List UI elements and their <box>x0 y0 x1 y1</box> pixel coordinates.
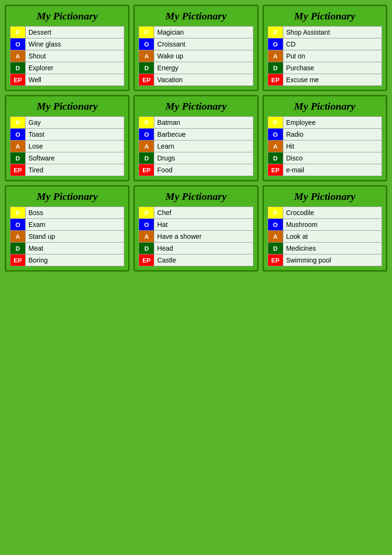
card-title: My Pictionary <box>10 10 124 22</box>
row-label: EP <box>268 254 283 266</box>
row-label: P <box>10 207 26 219</box>
row-word: Croissant <box>154 38 253 50</box>
table-row: PBatman <box>139 117 253 129</box>
row-label: O <box>10 38 26 50</box>
row-label: O <box>10 129 26 141</box>
row-word: Food <box>154 164 253 176</box>
row-word: Learn <box>154 141 253 152</box>
row-label: P <box>10 27 26 38</box>
table-row: DDrugs <box>139 152 253 164</box>
table-row: PChef <box>139 207 253 219</box>
row-word: Disco <box>283 152 382 164</box>
table-row: AStand up <box>10 231 124 243</box>
row-word: Boss <box>26 207 124 219</box>
row-word: Tired <box>26 164 124 176</box>
table-row: DSoftware <box>10 152 124 164</box>
row-label: EP <box>139 164 154 176</box>
row-label: O <box>268 219 283 231</box>
row-label: O <box>139 38 154 50</box>
row-label: D <box>139 62 154 74</box>
row-word: Boring <box>26 254 124 266</box>
table-row: DEnergy <box>139 62 253 74</box>
word-table: PBossOExamAStand upDMeatEPBoring <box>10 207 124 266</box>
card-4: My PictionaryPBatmanOBarbecueALearnDDrug… <box>133 95 258 181</box>
table-row: AWake up <box>139 50 253 62</box>
table-row: EPExcuse me <box>268 74 382 86</box>
row-word: Lose <box>26 141 124 152</box>
table-row: APut on <box>268 50 382 62</box>
row-word: Medicines <box>283 243 382 254</box>
row-label: P <box>10 117 26 129</box>
card-title: My Pictionary <box>10 190 124 203</box>
table-row: ORadio <box>268 129 382 141</box>
row-label: O <box>268 38 283 50</box>
row-word: Castle <box>154 254 253 266</box>
card-title: My Pictionary <box>10 100 124 113</box>
card-title: My Pictionary <box>268 190 382 203</box>
row-label: A <box>10 231 26 243</box>
row-label: EP <box>10 254 26 266</box>
table-row: EPFood <box>139 164 253 176</box>
row-word: CD <box>283 38 382 50</box>
row-label: O <box>268 129 283 141</box>
table-row: AHave a shower <box>139 231 253 243</box>
word-table: PMagicianOCroissantAWake upDEnergyEPVaca… <box>139 26 253 86</box>
row-word: Vacation <box>154 74 253 86</box>
row-label: D <box>268 152 283 164</box>
card-title: My Pictionary <box>139 10 253 22</box>
row-word: Chef <box>154 207 253 219</box>
row-word: Wake up <box>154 50 253 62</box>
row-label: O <box>139 219 154 231</box>
row-word: Drugs <box>154 152 253 164</box>
row-word: Purchase <box>283 62 382 74</box>
row-word: Hat <box>154 219 253 231</box>
table-row: PShop Assistant <box>268 27 382 38</box>
row-word: Magician <box>154 27 253 38</box>
table-row: PBoss <box>10 207 124 219</box>
row-word: Dessert <box>26 27 124 38</box>
table-row: ALose <box>10 141 124 152</box>
card-7: My PictionaryPChefOHatAHave a showerDHea… <box>133 185 258 272</box>
row-word: Swimming pool <box>283 254 382 266</box>
row-word: Put on <box>283 50 382 62</box>
table-row: EPWell <box>10 74 124 86</box>
table-row: ALook at <box>268 231 382 243</box>
table-row: EPVacation <box>139 74 253 86</box>
table-row: EPTired <box>10 164 124 176</box>
table-row: PCrocodile <box>268 207 382 219</box>
row-word: Hit <box>283 141 382 152</box>
table-row: OBarbecue <box>139 129 253 141</box>
card-title: My Pictionary <box>268 10 382 22</box>
row-label: O <box>10 219 26 231</box>
row-label: A <box>268 50 283 62</box>
row-word: Employee <box>283 117 382 129</box>
row-label: P <box>139 27 154 38</box>
row-word: Have a shower <box>154 231 253 243</box>
row-label: EP <box>10 74 26 86</box>
row-word: Crocodile <box>283 207 382 219</box>
card-0: My PictionaryPDessertOWine glassAShoutDE… <box>5 5 130 91</box>
row-label: P <box>268 27 283 38</box>
table-row: OToast <box>10 129 124 141</box>
row-label: D <box>139 152 154 164</box>
table-row: EPe-mail <box>268 164 382 176</box>
row-label: EP <box>268 74 283 86</box>
table-row: DMedicines <box>268 243 382 254</box>
row-word: Explorer <box>26 62 124 74</box>
word-table: PDessertOWine glassAShoutDExplorerEPWell <box>10 26 124 86</box>
row-word: Barbecue <box>154 129 253 141</box>
word-table: PShop AssistantOCDAPut onDPurchaseEPExcu… <box>268 26 382 86</box>
row-label: A <box>268 141 283 152</box>
table-row: PGay <box>10 117 124 129</box>
table-row: DDisco <box>268 152 382 164</box>
table-row: AHit <box>268 141 382 152</box>
row-label: A <box>10 141 26 152</box>
row-label: A <box>10 50 26 62</box>
card-6: My PictionaryPBossOExamAStand upDMeatEPB… <box>5 185 130 272</box>
card-5: My PictionaryPEmployeeORadioAHitDDiscoEP… <box>262 95 387 181</box>
table-row: EPBoring <box>10 254 124 266</box>
row-label: EP <box>139 74 154 86</box>
row-label: P <box>139 117 154 129</box>
table-row: OCroissant <box>139 38 253 50</box>
table-row: DExplorer <box>10 62 124 74</box>
